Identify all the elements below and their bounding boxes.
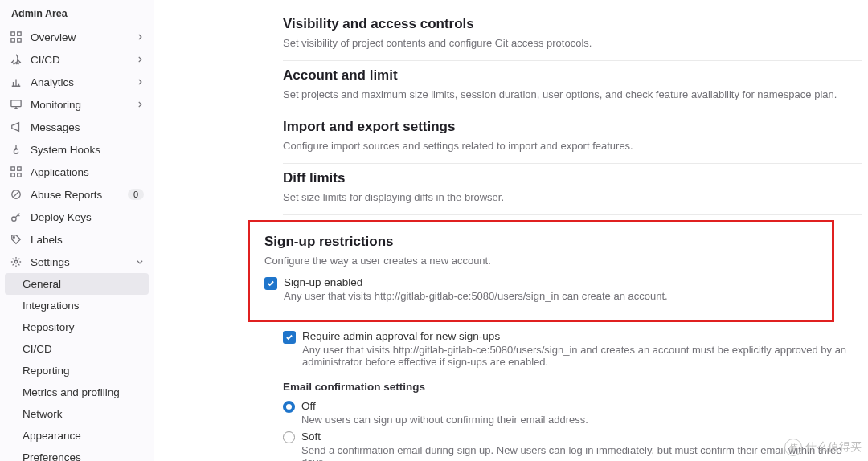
svg-point-12 [14, 260, 18, 263]
svg-rect-5 [11, 167, 14, 170]
sidebar-item-labels[interactable]: Labels [0, 228, 154, 251]
section-diff[interactable]: Diff limits Set size limits for displayi… [283, 164, 862, 215]
gear-icon [10, 255, 23, 268]
section-desc: Set visibility of project contents and c… [283, 37, 862, 49]
section-desc: Set projects and maximum size limits, se… [283, 88, 862, 100]
sub-item-network[interactable]: Network [0, 403, 154, 425]
email-option-off: Off New users can sign up without confir… [283, 398, 868, 428]
section-visibility[interactable]: Visibility and access controls Set visib… [283, 10, 862, 61]
svg-rect-1 [18, 32, 21, 35]
chevron-right-icon [136, 99, 144, 111]
sub-item-preferences[interactable]: Preferences [0, 447, 154, 461]
hook-icon [10, 143, 23, 156]
sidebar-item-label: Settings [31, 256, 70, 268]
settings-subitems: General Integrations Repository CI/CD Re… [0, 273, 154, 461]
signup-enabled-label: Sign-up enabled [284, 276, 668, 288]
sidebar-title: Admin Area [0, 5, 154, 26]
signup-enabled-row: Sign-up enabled Any user that visits htt… [264, 273, 817, 305]
sidebar-item-label: Overview [31, 31, 76, 43]
radio-sub: New users can sign up without confirming… [301, 414, 588, 426]
tag-icon [10, 233, 23, 246]
sidebar-item-deploy-keys[interactable]: Deploy Keys [0, 206, 154, 228]
sub-item-integrations[interactable]: Integrations [0, 295, 154, 316]
sub-item-appearance[interactable]: Appearance [0, 425, 154, 447]
section-account[interactable]: Account and limit Set projects and maxim… [283, 61, 862, 112]
sub-item-reporting[interactable]: Reporting [0, 360, 154, 381]
section-title: Sign-up restrictions [264, 234, 817, 250]
sidebar-item-label: System Hooks [31, 144, 100, 156]
section-desc: Configure the way a user creates a new a… [264, 255, 817, 267]
section-title: Diff limits [283, 170, 862, 186]
radio-soft[interactable] [283, 431, 295, 443]
sidebar: Admin Area Overview CI/CD Analytics Moni… [0, 0, 154, 461]
sidebar-item-messages[interactable]: Messages [0, 116, 154, 138]
overview-icon [10, 31, 23, 43]
sidebar-item-label: Abuse Reports [31, 189, 102, 201]
radio-label: Soft [301, 430, 868, 443]
sidebar-item-label: Applications [31, 166, 89, 178]
svg-rect-7 [11, 173, 14, 177]
svg-point-11 [14, 237, 15, 239]
sidebar-item-label: Labels [31, 234, 63, 246]
section-desc: Configure import sources and settings re… [283, 140, 862, 152]
sidebar-item-cicd[interactable]: CI/CD [0, 48, 154, 71]
rocket-icon [10, 53, 23, 66]
email-option-soft: Soft Send a confirmation email during si… [283, 428, 868, 461]
watermark: 值 什么值得买 [784, 439, 862, 456]
sub-item-cicd[interactable]: CI/CD [0, 338, 154, 360]
svg-rect-4 [11, 100, 21, 107]
sidebar-item-label: Monitoring [31, 99, 81, 111]
sub-item-repository[interactable]: Repository [0, 316, 154, 338]
sidebar-item-abuse-reports[interactable]: Abuse Reports 0 [0, 183, 154, 206]
chevron-right-icon [136, 31, 144, 43]
require-admin-label: Require admin approval for new sign-ups [302, 330, 868, 342]
sidebar-item-analytics[interactable]: Analytics [0, 71, 154, 93]
signup-enabled-checkbox[interactable] [264, 277, 277, 290]
signup-enabled-sub: Any user that visits http://gitlab-gitla… [284, 290, 668, 302]
sidebar-item-system-hooks[interactable]: System Hooks [0, 138, 154, 161]
email-confirmation-title: Email confirmation settings [283, 381, 868, 393]
sidebar-item-applications[interactable]: Applications [0, 161, 154, 183]
sub-item-metrics[interactable]: Metrics and profiling [0, 381, 154, 403]
svg-rect-6 [18, 167, 21, 170]
section-title: Account and limit [283, 67, 862, 84]
chevron-right-icon [136, 54, 144, 66]
radio-off[interactable] [283, 401, 295, 413]
sidebar-item-monitoring[interactable]: Monitoring [0, 93, 154, 116]
section-title: Visibility and access controls [283, 16, 862, 32]
abuse-badge: 0 [128, 189, 144, 200]
sidebar-item-overview[interactable]: Overview [0, 26, 154, 48]
sidebar-item-settings[interactable]: Settings [0, 251, 154, 273]
monitor-icon [10, 98, 23, 111]
chevron-right-icon [136, 76, 144, 88]
chevron-down-icon [136, 256, 144, 268]
sidebar-item-label: CI/CD [31, 54, 60, 66]
require-admin-checkbox[interactable] [283, 331, 296, 344]
settings-main: Visibility and access controls Set visib… [154, 0, 868, 461]
radio-sub: Send a confirmation email during sign up… [301, 444, 868, 461]
require-admin-row: Require admin approval for new sign-ups … [283, 327, 868, 371]
slash-icon [10, 188, 23, 201]
svg-rect-8 [18, 173, 21, 177]
sidebar-item-label: Deploy Keys [31, 211, 92, 223]
chart-icon [10, 75, 23, 88]
watermark-badge-icon: 值 [784, 439, 802, 456]
require-admin-sub: Any user that visits http://gitlab-gitla… [302, 344, 868, 368]
applications-icon [10, 165, 23, 178]
section-title: Import and export settings [283, 119, 862, 135]
section-desc: Set size limits for displaying diffs in … [283, 191, 862, 203]
svg-rect-0 [11, 32, 14, 35]
svg-rect-2 [11, 39, 14, 42]
section-import[interactable]: Import and export settings Configure imp… [283, 112, 862, 164]
svg-rect-3 [18, 39, 21, 42]
megaphone-icon [10, 120, 23, 133]
watermark-text: 什么值得买 [805, 440, 862, 455]
sidebar-item-label: Messages [31, 121, 80, 133]
key-icon [10, 210, 23, 223]
sidebar-item-label: Analytics [31, 76, 74, 88]
signup-restrictions-highlight: Sign-up restrictions Configure the way a… [248, 220, 834, 322]
radio-label: Off [301, 400, 588, 412]
sub-item-general[interactable]: General [5, 273, 149, 295]
